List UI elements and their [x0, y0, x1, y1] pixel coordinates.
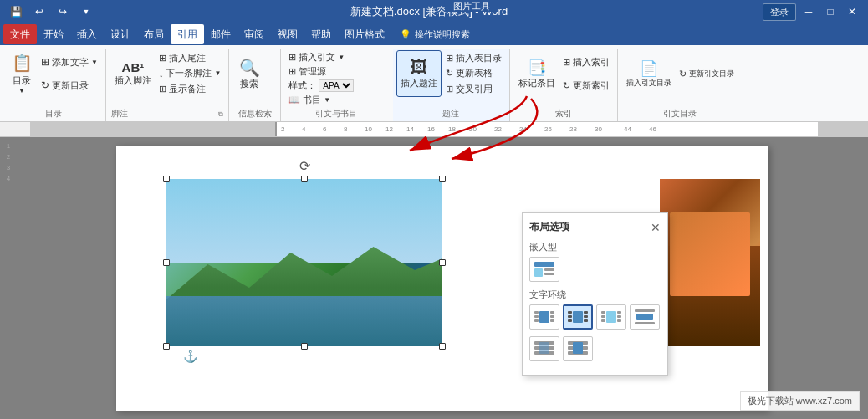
insert-caption-icon: 🖼	[411, 58, 427, 77]
login-button[interactable]: 登录	[763, 3, 796, 21]
menu-layout[interactable]: 布局	[137, 24, 171, 44]
second-image-placeholder	[660, 179, 760, 346]
insert-caption-button[interactable]: 🖼 插入题注	[396, 50, 442, 97]
save-icon[interactable]: 💾	[7, 3, 25, 21]
minimize-icon[interactable]: ─	[799, 3, 818, 21]
bibliography-button[interactable]: 📖 书目 ▼	[286, 93, 356, 107]
caption-group-label: 题注	[396, 108, 504, 121]
insert-citation-arrow: ▼	[338, 54, 345, 61]
search-group-label: 信息检索	[234, 108, 275, 121]
insert-index-icon: ⊞	[563, 57, 570, 68]
show-notes-icon: ⊞	[159, 84, 166, 95]
update-toc-button[interactable]: ↻ 更新目录	[38, 79, 100, 93]
svg-rect-13	[568, 315, 572, 318]
footnote-expand-icon[interactable]: ⧉	[218, 110, 223, 119]
insert-table-captions-button[interactable]: ⊞ 插入表目录	[443, 51, 504, 65]
svg-rect-15	[584, 311, 588, 314]
inline-icons-row	[529, 257, 661, 282]
layout-through-icon[interactable]	[596, 304, 626, 330]
menu-design[interactable]: 设计	[104, 24, 137, 44]
svg-rect-23	[617, 315, 621, 318]
second-image[interactable]	[660, 179, 760, 346]
toc-label: 目录	[13, 74, 31, 87]
update-citations-label: 更新引文目录	[689, 69, 734, 79]
horizontal-ruler: 2 4 6 8 10 12 14 16 18 20 22 24 26 28 30…	[0, 122, 868, 137]
toc-right-buttons: ⊞ 添加文字 ▼ ↻ 更新目录	[38, 50, 100, 97]
menu-view[interactable]: 视图	[271, 24, 304, 44]
menu-help[interactable]: 帮助	[304, 24, 338, 44]
update-toc-label: 更新目录	[52, 79, 89, 92]
style-select[interactable]: APA	[319, 79, 354, 92]
layout-behind-icon[interactable]	[529, 336, 559, 361]
show-notes-label: 显示备注	[169, 83, 206, 95]
close-icon[interactable]: ✕	[843, 3, 861, 21]
search-button[interactable]: 🔍 搜索	[234, 50, 264, 97]
ribbon: 📋 目录 ▼ ⊞ 添加文字 ▼ ↻ 更新目录 目录 AB¹	[0, 45, 868, 122]
layout-square-icon[interactable]	[529, 304, 559, 330]
insert-endnote-button[interactable]: ⊞ 插入尾注	[156, 51, 223, 65]
mark-entry-icon: 📑	[528, 59, 546, 77]
document-page: ⟳ ⚓	[116, 146, 768, 411]
caption-buttons: 🖼 插入题注 ⊞ 插入表目录 ↻ 更新表格 ⊞ 交叉引用	[396, 50, 504, 108]
cross-reference-button[interactable]: ⊞ 交叉引用	[443, 82, 504, 96]
svg-rect-6	[534, 315, 539, 318]
selected-image-container[interactable]: ⟳ ⚓	[166, 179, 442, 346]
bibliography-label: 书目	[303, 94, 321, 106]
insert-footnote-button[interactable]: AB¹ 插入脚注	[111, 50, 155, 97]
svg-rect-9	[550, 315, 554, 318]
update-index-button[interactable]: ↻ 更新索引	[560, 79, 612, 93]
rotate-handle[interactable]: ⟳	[299, 158, 310, 174]
layout-inline-icon[interactable]	[529, 257, 559, 282]
layout-topbottom-icon[interactable]	[630, 304, 660, 330]
show-notes-button[interactable]: ⊞ 显示备注	[156, 82, 223, 96]
svg-rect-24	[617, 319, 621, 322]
style-button[interactable]: 样式： APA	[286, 79, 356, 93]
svg-rect-4	[539, 311, 549, 323]
add-text-button[interactable]: ⊞ 添加文字 ▼	[38, 55, 100, 69]
search-label[interactable]: 操作说明搜索	[415, 28, 470, 41]
layout-tight-icon[interactable]	[563, 304, 593, 330]
mark-citation-button[interactable]: 📄 插入引文目录	[623, 50, 675, 97]
handle-tr[interactable]	[439, 176, 446, 182]
insert-citation-button[interactable]: ⊞ 插入引文 ▼	[286, 50, 356, 64]
undo-icon[interactable]: ↩	[30, 3, 49, 21]
menu-references[interactable]: 引用	[171, 24, 204, 44]
layout-infront-icon[interactable]	[563, 336, 593, 361]
menu-review[interactable]: 审阅	[237, 24, 271, 44]
menu-picture-format[interactable]: 图片格式	[338, 24, 391, 44]
handle-tc[interactable]	[301, 176, 308, 182]
mark-citation-label: 插入引文目录	[626, 78, 671, 89]
manage-sources-button[interactable]: ⊞ 管理源	[286, 64, 356, 79]
menu-mailings[interactable]: 邮件	[204, 24, 237, 44]
menu-home[interactable]: 开始	[37, 24, 70, 44]
context-tab-label: 图片工具	[445, 0, 498, 12]
handle-bl[interactable]	[163, 343, 170, 350]
quick-access-toolbar: 💾 ↩ ↪ ▼	[7, 3, 95, 21]
customize-qat-icon[interactable]: ▼	[77, 3, 95, 21]
index-buttons: 📑 标记条目 ⊞ 插入索引 ↻ 更新索引	[515, 50, 612, 108]
update-citations-button[interactable]: ↻ 更新引文目录	[677, 68, 737, 80]
popup-header: 布局选项 ✕	[529, 220, 661, 234]
handle-mr[interactable]	[439, 259, 446, 266]
handle-bc[interactable]	[301, 343, 308, 350]
search-buttons: 🔍 搜索	[234, 50, 264, 108]
insert-citation-icon: ⊞	[288, 52, 296, 63]
redo-icon[interactable]: ↪	[54, 3, 72, 21]
handle-ml[interactable]	[163, 259, 170, 266]
handle-br[interactable]	[439, 343, 446, 350]
next-footnote-button[interactable]: ↓ 下一条脚注 ▼	[156, 66, 223, 80]
toc-button[interactable]: 📋 目录 ▼	[7, 50, 37, 97]
document-image[interactable]	[166, 179, 442, 346]
insert-caption-label: 插入题注	[401, 77, 437, 89]
svg-rect-2	[544, 268, 554, 271]
insert-index-button[interactable]: ⊞ 插入索引	[560, 55, 612, 69]
maximize-icon[interactable]: □	[821, 3, 840, 21]
search-label: 搜索	[240, 78, 258, 90]
menu-file[interactable]: 文件	[3, 24, 37, 44]
handle-tl[interactable]	[163, 176, 170, 182]
update-table-button[interactable]: ↻ 更新表格	[443, 66, 504, 80]
popup-close-button[interactable]: ✕	[651, 221, 661, 234]
menu-insert[interactable]: 插入	[70, 24, 104, 44]
ruler-right-margin	[818, 122, 868, 136]
mark-entry-button[interactable]: 📑 标记条目	[515, 50, 559, 97]
